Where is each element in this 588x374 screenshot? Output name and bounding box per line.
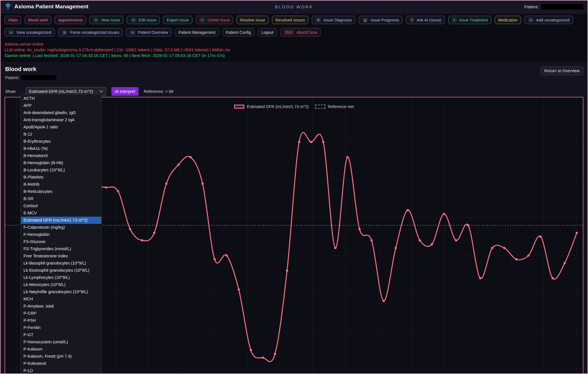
dropdown-option[interactable]: Lk-Lymphocytes (10^9/L)	[21, 274, 101, 281]
toolbar-button-patient-config[interactable]: Patient Config	[222, 28, 254, 36]
ai-interpret-button[interactable]: AI interpret	[111, 87, 139, 96]
patient-label: Patient:	[524, 4, 539, 9]
button-label: View uncategorized	[16, 30, 51, 35]
button-label: Patient Overview	[138, 30, 168, 35]
dropdown-option[interactable]: Anti-transglutaminase 2 IgA	[21, 116, 101, 124]
button-label: Issue Diagnosis	[323, 18, 352, 22]
toolbar-button-parse-uncategorized-issues[interactable]: pParse uncategorized issues	[58, 28, 123, 36]
dropdown-option[interactable]: Estimated GFR (mL/min/1.73 m^2)	[21, 217, 101, 224]
toolbar-button-issue-prognosis[interactable]: gIssue Prognosis	[359, 16, 402, 24]
dropdown-option[interactable]: B-12	[21, 131, 101, 138]
toolbar-button-abort-close[interactable]: EscAbort/Close	[280, 28, 321, 36]
dropdown-option[interactable]: FS-Triglycerides (mmol/L)	[21, 245, 101, 252]
dropdown-option[interactable]: B-Hemoglobin (B-Hb)	[21, 159, 101, 167]
dropdown-option[interactable]: B-SR	[21, 195, 101, 202]
toolbar-button-blood-work[interactable]: Blood work	[25, 16, 51, 24]
toolbar-button-resolved-issues[interactable]: Resolved Issues	[272, 16, 308, 24]
dropdown-option[interactable]: FS-Glucose	[21, 238, 101, 245]
dropdown-option[interactable]: P-GT	[21, 331, 101, 338]
toolbar-button-add-uncategorized[interactable]: uAdd uncategorized	[524, 16, 573, 24]
dropdown-option[interactable]: P-LD	[21, 367, 101, 374]
button-label: Delete Issue	[208, 18, 230, 22]
button-label: Parse uncategorized issues	[70, 30, 119, 35]
dropdown-option[interactable]: B-Hematocrit	[21, 152, 101, 159]
dropdown-option[interactable]: ApoB/ApoA-1 ratio	[21, 124, 101, 131]
dropdown-option[interactable]: B-Erythrocytes	[21, 138, 101, 145]
button-label: Medication	[498, 18, 518, 22]
dropdown-option[interactable]: Anti-deamidated gliadin, IgG	[21, 109, 101, 116]
dropdown-option[interactable]: P-Ferritin	[21, 324, 101, 331]
toolbar: VitalsBlood workAppointmentsnNew IssueeE…	[5, 16, 583, 40]
dropdown-option[interactable]: E-MCV	[21, 209, 101, 217]
legend-series-swatch	[234, 105, 244, 109]
dropdown-option[interactable]: Free Testosterone index	[21, 252, 101, 260]
dropdown-option[interactable]: AFP	[21, 102, 101, 109]
dropdown-option[interactable]: Lk-Monocytes (10^9/L)	[21, 281, 101, 288]
key-badge: p	[62, 30, 68, 35]
dropdown-option[interactable]: F-Hemoglobin	[21, 231, 101, 238]
dropdown-option[interactable]: F-Calprotectin (mg/kg)	[21, 224, 101, 231]
legend-label: Reference min	[328, 104, 354, 109]
button-label: Abort/Close	[296, 30, 317, 35]
button-label: Appointments	[58, 18, 83, 22]
dropdown-option[interactable]: B-Reticulocytes	[21, 188, 101, 195]
dropdown-option[interactable]: P-Kolesterol	[21, 360, 101, 367]
toolbar-button-new-issue[interactable]: nNew Issue	[90, 16, 124, 24]
button-label: Add uncategorized	[536, 18, 570, 22]
dropdown-option[interactable]: P-FSH	[21, 317, 101, 324]
dropdown-option[interactable]: B-Platelets	[21, 174, 101, 181]
dropdown-option[interactable]: Lk-Basophil granulocytes (10^9/L)	[21, 260, 101, 267]
dropdown-option[interactable]: B-HbA1c (%)	[21, 145, 101, 152]
button-label: Logout	[261, 30, 274, 35]
dropdown-option[interactable]: P-Amylase, total	[21, 303, 101, 310]
toolbar-button-patient-management[interactable]: Patient Management	[175, 28, 219, 36]
return-to-overview-button[interactable]: Return to Overview	[540, 66, 583, 75]
header-bar: Axioma Patient Management BLOOD WORK Pat…	[0, 0, 588, 13]
button-label: Issue Treatment	[459, 18, 488, 22]
select-value: Estimated GFR (mL/min/1.73 m^2)	[29, 89, 93, 94]
key-badge: o	[129, 30, 135, 35]
toolbar-button-issue-diagnosis[interactable]: dIssue Diagnosis	[312, 16, 355, 24]
key-badge: u	[8, 30, 14, 35]
legend-series[interactable]: Estimated GFR (mL/min/1.73 m^2)	[234, 104, 309, 109]
dropdown-option[interactable]: ACTH	[21, 95, 101, 102]
button-label: Patient Config	[226, 30, 251, 35]
dropdown-option[interactable]: B-RetHb	[21, 181, 101, 188]
button-label: Resolve Issue	[240, 18, 265, 22]
status-garmin: Garmin online: | Last fetched: 2026-01-1…	[5, 53, 583, 58]
dropdown-option[interactable]: Cortisol	[21, 202, 101, 209]
toolbar-button-resolve-issue[interactable]: Resolve Issue	[236, 16, 269, 24]
toolbar-button-patient-overview[interactable]: oPatient Overview	[126, 28, 171, 36]
toolbar-button-export-issue[interactable]: Export Issue	[163, 16, 192, 24]
status-llm: LLM online: lm_studio: naphula/gemma-3-2…	[5, 47, 583, 53]
toolbar-button-delete-issue[interactable]: xDelete Issue	[196, 16, 233, 24]
patient-name-redacted	[541, 4, 583, 9]
key-badge: Esc	[284, 30, 294, 35]
dropdown-option[interactable]: P-Homocystein (umol/L)	[21, 338, 101, 346]
button-label: Blood work	[28, 18, 48, 22]
toolbar-row-2: uView uncategorizedpParse uncategorized …	[5, 28, 583, 36]
dropdown-option[interactable]: MCH	[21, 295, 101, 303]
button-label: Patient Management	[178, 30, 215, 35]
dropdown-option[interactable]: Lk-Eosinophil granulocytes (10^9/L)	[21, 267, 101, 274]
toolbar-button-logout[interactable]: Logout	[258, 28, 277, 36]
button-label: Ask AI (Issue)	[417, 18, 441, 22]
dropdown-option[interactable]: P-Kalsium, Freett (pH 7.4)	[21, 353, 101, 360]
toolbar-button-vitals[interactable]: Vitals	[5, 16, 21, 24]
legend-reference-min[interactable]: Reference min	[315, 104, 354, 109]
toolbar-button-view-uncategorized[interactable]: uView uncategorized	[5, 28, 55, 36]
dropdown-option[interactable]: Lk-Nøytrofile granulocytes (10^9/L)	[21, 288, 101, 295]
dropdown-option[interactable]: P-Kalsium	[21, 346, 101, 353]
key-badge: d	[315, 17, 321, 22]
toolbar-button-appointments[interactable]: Appointments	[55, 16, 86, 24]
toolbar-button-ask-ai-issue[interactable]: fAsk AI (Issue)	[406, 16, 445, 24]
blood-test-dropdown-list: ACTHAFPAnti-deamidated gliadin, IgGAnti-…	[21, 94, 102, 374]
reference-text: Reference: > 68	[144, 89, 173, 94]
toolbar-button-issue-treatment[interactable]: tIssue Treatment	[448, 16, 491, 24]
dropdown-option[interactable]: P-CRP	[21, 310, 101, 317]
dropdown-option[interactable]: B-Leukocytes (10^9/L)	[21, 167, 101, 174]
toolbar-button-medication[interactable]: Medication	[495, 16, 521, 24]
key-badge: n	[93, 17, 99, 22]
toolbar-row-1: VitalsBlood workAppointmentsnNew IssueeE…	[5, 16, 583, 24]
toolbar-button-edit-issue[interactable]: eEdit Issue	[127, 16, 160, 24]
